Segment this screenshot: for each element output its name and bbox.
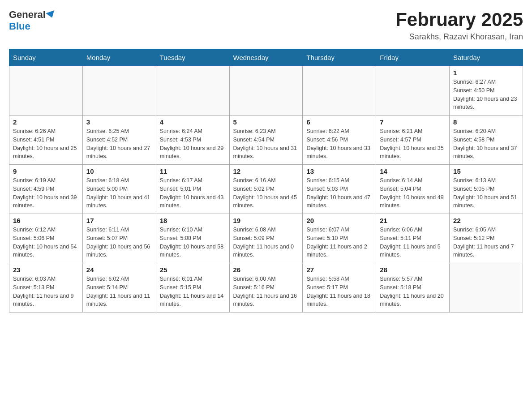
month-title: February 2025: [395, 9, 523, 30]
day-cell: 17Sunrise: 6:11 AMSunset: 5:07 PMDayligh…: [82, 214, 156, 263]
day-info: Sunrise: 5:57 AMSunset: 5:18 PMDaylight:…: [380, 275, 446, 308]
day-number: 12: [233, 167, 299, 175]
header-row: SundayMondayTuesdayWednesdayThursdayFrid…: [9, 49, 523, 66]
day-info: Sunrise: 6:15 AMSunset: 5:03 PMDaylight:…: [306, 176, 372, 210]
day-number: 8: [453, 118, 519, 126]
day-cell: 6Sunrise: 6:22 AMSunset: 4:56 PMDaylight…: [303, 116, 376, 165]
day-cell: [376, 66, 450, 116]
day-cell: [9, 66, 83, 116]
logo-general-text: General: [9, 9, 46, 21]
calendar-body: 1Sunrise: 6:27 AMSunset: 4:50 PMDaylight…: [9, 66, 523, 313]
day-cell: 18Sunrise: 6:10 AMSunset: 5:08 PMDayligh…: [156, 214, 229, 263]
day-cell: 3Sunrise: 6:25 AMSunset: 4:52 PMDaylight…: [82, 116, 156, 165]
day-cell: [450, 263, 523, 313]
day-number: 22: [453, 217, 519, 224]
day-info: Sunrise: 6:21 AMSunset: 4:57 PMDaylight:…: [380, 127, 446, 161]
day-cell: 7Sunrise: 6:21 AMSunset: 4:57 PMDaylight…: [376, 116, 450, 165]
day-number: 2: [13, 118, 79, 126]
day-info: Sunrise: 6:27 AMSunset: 4:50 PMDaylight:…: [453, 78, 519, 111]
day-info: Sunrise: 6:11 AMSunset: 5:07 PMDaylight:…: [86, 226, 152, 259]
day-number: 9: [13, 167, 79, 175]
day-cell: 21Sunrise: 6:06 AMSunset: 5:11 PMDayligh…: [376, 214, 450, 263]
day-cell: 10Sunrise: 6:18 AMSunset: 5:00 PMDayligh…: [82, 165, 156, 214]
day-cell: 26Sunrise: 6:00 AMSunset: 5:16 PMDayligh…: [229, 263, 303, 313]
day-cell: 22Sunrise: 6:05 AMSunset: 5:12 PMDayligh…: [450, 214, 523, 263]
day-info: Sunrise: 6:14 AMSunset: 5:04 PMDaylight:…: [380, 176, 446, 210]
header-cell-saturday: Saturday: [450, 49, 523, 66]
day-cell: 5Sunrise: 6:23 AMSunset: 4:54 PMDaylight…: [229, 116, 303, 165]
logo-blue-text: Blue: [9, 21, 30, 32]
day-number: 25: [160, 266, 226, 274]
day-number: 15: [453, 167, 519, 175]
day-number: 3: [86, 118, 152, 126]
day-info: Sunrise: 5:58 AMSunset: 5:17 PMDaylight:…: [306, 275, 372, 308]
day-cell: 13Sunrise: 6:15 AMSunset: 5:03 PMDayligh…: [303, 165, 376, 214]
day-info: Sunrise: 6:12 AMSunset: 5:06 PMDaylight:…: [13, 226, 79, 259]
day-info: Sunrise: 6:26 AMSunset: 4:51 PMDaylight:…: [13, 127, 79, 161]
day-number: 26: [233, 266, 299, 274]
day-number: 19: [233, 217, 299, 224]
day-info: Sunrise: 6:03 AMSunset: 5:13 PMDaylight:…: [13, 275, 79, 308]
day-info: Sunrise: 6:00 AMSunset: 5:16 PMDaylight:…: [233, 275, 299, 308]
day-number: 24: [86, 266, 152, 274]
day-info: Sunrise: 6:17 AMSunset: 5:01 PMDaylight:…: [160, 176, 226, 210]
day-cell: [303, 66, 376, 116]
week-row-3: 9Sunrise: 6:19 AMSunset: 4:59 PMDaylight…: [9, 165, 523, 214]
day-cell: 8Sunrise: 6:20 AMSunset: 4:58 PMDaylight…: [450, 116, 523, 165]
header-cell-tuesday: Tuesday: [156, 49, 229, 66]
logo-triangle-icon: [46, 10, 56, 19]
day-cell: 14Sunrise: 6:14 AMSunset: 5:04 PMDayligh…: [376, 165, 450, 214]
day-number: 16: [13, 217, 79, 224]
header-cell-friday: Friday: [376, 49, 450, 66]
day-number: 27: [306, 266, 372, 274]
day-cell: 12Sunrise: 6:16 AMSunset: 5:02 PMDayligh…: [229, 165, 303, 214]
header-cell-thursday: Thursday: [303, 49, 376, 66]
day-cell: 27Sunrise: 5:58 AMSunset: 5:17 PMDayligh…: [303, 263, 376, 313]
day-number: 23: [13, 266, 79, 274]
day-cell: 20Sunrise: 6:07 AMSunset: 5:10 PMDayligh…: [303, 214, 376, 263]
day-cell: 16Sunrise: 6:12 AMSunset: 5:06 PMDayligh…: [9, 214, 83, 263]
location-title: Sarakhs, Razavi Khorasan, Iran: [395, 32, 523, 42]
header-cell-wednesday: Wednesday: [229, 49, 303, 66]
day-info: Sunrise: 6:23 AMSunset: 4:54 PMDaylight:…: [233, 127, 299, 161]
day-number: 18: [160, 217, 226, 224]
week-row-5: 23Sunrise: 6:03 AMSunset: 5:13 PMDayligh…: [9, 263, 523, 313]
calendar-header: SundayMondayTuesdayWednesdayThursdayFrid…: [9, 49, 523, 66]
day-number: 17: [86, 217, 152, 224]
header-cell-sunday: Sunday: [9, 49, 83, 66]
week-row-4: 16Sunrise: 6:12 AMSunset: 5:06 PMDayligh…: [9, 214, 523, 263]
day-number: 4: [160, 118, 226, 126]
day-info: Sunrise: 6:08 AMSunset: 5:09 PMDaylight:…: [233, 226, 299, 259]
day-number: 1: [453, 69, 519, 77]
day-info: Sunrise: 6:01 AMSunset: 5:15 PMDaylight:…: [160, 275, 226, 308]
week-row-2: 2Sunrise: 6:26 AMSunset: 4:51 PMDaylight…: [9, 116, 523, 165]
day-info: Sunrise: 6:13 AMSunset: 5:05 PMDaylight:…: [453, 176, 519, 210]
day-number: 11: [160, 167, 226, 175]
day-number: 14: [380, 167, 446, 175]
day-cell: [229, 66, 303, 116]
day-info: Sunrise: 6:20 AMSunset: 4:58 PMDaylight:…: [453, 127, 519, 161]
calendar-table: SundayMondayTuesdayWednesdayThursdayFrid…: [9, 49, 523, 313]
day-info: Sunrise: 6:16 AMSunset: 5:02 PMDaylight:…: [233, 176, 299, 210]
day-cell: 1Sunrise: 6:27 AMSunset: 4:50 PMDaylight…: [450, 66, 523, 116]
day-cell: 19Sunrise: 6:08 AMSunset: 5:09 PMDayligh…: [229, 214, 303, 263]
day-number: 21: [380, 217, 446, 224]
day-number: 5: [233, 118, 299, 126]
day-cell: 24Sunrise: 6:02 AMSunset: 5:14 PMDayligh…: [82, 263, 156, 313]
day-info: Sunrise: 6:19 AMSunset: 4:59 PMDaylight:…: [13, 176, 79, 210]
day-number: 7: [380, 118, 446, 126]
day-cell: 28Sunrise: 5:57 AMSunset: 5:18 PMDayligh…: [376, 263, 450, 313]
day-number: 20: [306, 217, 372, 224]
day-info: Sunrise: 6:25 AMSunset: 4:52 PMDaylight:…: [86, 127, 152, 161]
day-info: Sunrise: 6:02 AMSunset: 5:14 PMDaylight:…: [86, 275, 152, 308]
day-cell: 2Sunrise: 6:26 AMSunset: 4:51 PMDaylight…: [9, 116, 83, 165]
day-cell: 15Sunrise: 6:13 AMSunset: 5:05 PMDayligh…: [450, 165, 523, 214]
day-info: Sunrise: 6:22 AMSunset: 4:56 PMDaylight:…: [306, 127, 372, 161]
day-cell: 25Sunrise: 6:01 AMSunset: 5:15 PMDayligh…: [156, 263, 229, 313]
day-cell: 23Sunrise: 6:03 AMSunset: 5:13 PMDayligh…: [9, 263, 83, 313]
page-header: General Blue February 2025 Sarakhs, Raza…: [9, 9, 523, 42]
day-cell: [156, 66, 229, 116]
day-number: 28: [380, 266, 446, 274]
day-cell: 4Sunrise: 6:24 AMSunset: 4:53 PMDaylight…: [156, 116, 229, 165]
day-number: 13: [306, 167, 372, 175]
